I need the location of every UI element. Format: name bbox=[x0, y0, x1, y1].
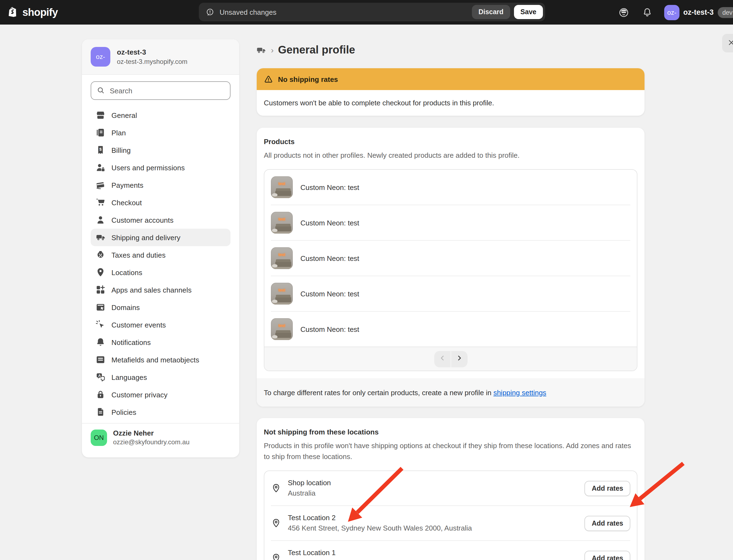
location-address: Australia bbox=[288, 488, 331, 498]
locations-list: Shop location Australia Add rates Test L… bbox=[264, 470, 637, 560]
store-icon bbox=[95, 110, 106, 121]
sidebar-item-checkout[interactable]: Checkout bbox=[91, 194, 230, 211]
location-address: 456 Kent Street, Sydney New South Wales … bbox=[288, 523, 472, 533]
chevron-right-icon: › bbox=[271, 46, 274, 54]
product-thumbnail: test bbox=[271, 283, 293, 305]
breadcrumb: › General profile bbox=[256, 44, 355, 56]
sidebar-item-apps-and-sales-channels[interactable]: Apps and sales channels bbox=[91, 281, 230, 299]
pagination bbox=[264, 347, 637, 371]
previous-page-button[interactable] bbox=[434, 351, 450, 367]
close-icon bbox=[728, 38, 733, 48]
sidebar-item-customer-privacy[interactable]: Customer privacy bbox=[91, 386, 230, 403]
sidebar-item-customer-events[interactable]: Customer events bbox=[91, 316, 230, 333]
search-icon bbox=[96, 86, 105, 95]
sidebar-item-billing[interactable]: $ Billing bbox=[91, 141, 230, 159]
policies-icon bbox=[95, 407, 106, 418]
user-avatar: ON bbox=[91, 430, 107, 446]
taxes-icon bbox=[95, 249, 106, 260]
sidebar-item-notifications[interactable]: Notifications bbox=[91, 333, 230, 351]
neon-sign-text: test bbox=[271, 182, 293, 186]
page-title: General profile bbox=[278, 44, 355, 56]
user-profile: ON Ozzie Neher ozzie@skyfoundry.com.au bbox=[82, 423, 239, 452]
location-pin-icon bbox=[271, 483, 281, 493]
search-input[interactable] bbox=[91, 81, 230, 100]
product-thumbnail: test bbox=[271, 247, 293, 269]
location-address: 123 Eagle Street, Brisbane City Queensla… bbox=[288, 558, 476, 560]
sidebar-item-users-and-permissions[interactable]: Users and permissions bbox=[91, 159, 230, 176]
banner-header: No shipping rates bbox=[257, 68, 645, 90]
dev-store-badge: dev bbox=[717, 7, 733, 18]
location-name: Shop location bbox=[288, 478, 331, 488]
alert-bubble-icon bbox=[205, 7, 215, 17]
product-row: test Custom Neon: test bbox=[271, 170, 630, 205]
store-avatar: oz- bbox=[91, 47, 110, 67]
add-rates-button[interactable]: Add rates bbox=[585, 516, 630, 531]
discard-button[interactable]: Discard bbox=[472, 5, 510, 19]
settings-search bbox=[91, 81, 230, 100]
location-pin-icon bbox=[271, 553, 281, 560]
user-email: ozzie@skyfoundry.com.au bbox=[113, 438, 189, 446]
payments-icon bbox=[95, 180, 106, 190]
products-description: All products not in other profiles. Newl… bbox=[264, 150, 637, 161]
products-title: Products bbox=[264, 137, 637, 147]
billing-icon: $ bbox=[95, 145, 106, 156]
notifications-bell-icon[interactable] bbox=[642, 7, 653, 18]
svg-text:$: $ bbox=[99, 147, 102, 151]
shipping-settings-link[interactable]: shipping settings bbox=[494, 388, 547, 397]
user-name: Ozzie Neher bbox=[113, 429, 189, 438]
truck-icon bbox=[95, 232, 106, 243]
sidebar-item-shipping-and-delivery[interactable]: Shipping and delivery bbox=[91, 229, 230, 246]
users-icon bbox=[95, 162, 106, 173]
sidebar-item-languages[interactable]: A Languages bbox=[91, 368, 230, 386]
settings-menu: General Plan $ Billing Users and permiss… bbox=[82, 103, 239, 421]
chevron-left-icon bbox=[438, 354, 446, 364]
location-row-shop-location: Shop location Australia Add rates bbox=[271, 471, 630, 505]
product-title: Custom Neon: test bbox=[300, 183, 359, 191]
lock-icon bbox=[95, 389, 106, 400]
footer-text: To charge different rates for only certa… bbox=[264, 388, 494, 397]
neon-sign-text: test bbox=[271, 288, 293, 292]
sidebar-item-plan[interactable]: Plan bbox=[91, 124, 230, 141]
assistant-face-icon[interactable] bbox=[618, 7, 629, 18]
settings-sidebar: oz- oz-test-3 oz-test-3.myshopify.com Ge… bbox=[82, 39, 239, 457]
locations-title: Not shipping from these locations bbox=[264, 427, 637, 437]
apps-icon bbox=[95, 284, 106, 295]
domains-icon bbox=[95, 302, 106, 313]
close-settings-button[interactable] bbox=[722, 34, 733, 52]
truck-icon[interactable] bbox=[256, 44, 266, 55]
products-card: Products All products not in other profi… bbox=[257, 128, 645, 407]
sidebar-item-domains[interactable]: Domains bbox=[91, 299, 230, 316]
cart-icon bbox=[95, 197, 106, 208]
sidebar-item-general[interactable]: General bbox=[91, 106, 230, 124]
store-avatar[interactable]: oz- bbox=[664, 5, 679, 20]
store-name: oz-test-3 bbox=[117, 48, 187, 56]
product-rows: test Custom Neon: test test Custom Neon:… bbox=[264, 170, 637, 347]
location-name: Test Location 2 bbox=[288, 513, 472, 523]
locations-card: Not shipping from these locations Produc… bbox=[257, 418, 645, 560]
product-thumbnail: test bbox=[271, 318, 293, 340]
product-thumbnail: test bbox=[271, 176, 293, 198]
sidebar-item-metafields-and-metaobjects[interactable]: Metafields and metaobjects bbox=[91, 351, 230, 368]
add-rates-button[interactable]: Add rates bbox=[585, 481, 630, 496]
save-button[interactable]: Save bbox=[514, 5, 543, 19]
store-domain: oz-test-3.myshopify.com bbox=[117, 58, 187, 66]
location-pin-icon bbox=[271, 518, 281, 528]
bell-icon bbox=[95, 337, 106, 348]
product-title: Custom Neon: test bbox=[300, 325, 359, 333]
neon-sign-text: test bbox=[271, 324, 293, 327]
cursor-icon bbox=[95, 319, 106, 330]
svg-text:A: A bbox=[98, 374, 101, 378]
add-rates-button[interactable]: Add rates bbox=[585, 550, 630, 560]
sidebar-item-customer-accounts[interactable]: Customer accounts bbox=[91, 211, 230, 229]
neon-sign-text: test bbox=[271, 217, 293, 221]
sidebar-item-payments[interactable]: Payments bbox=[91, 176, 230, 194]
plan-icon bbox=[95, 127, 106, 138]
sidebar-item-policies[interactable]: Policies bbox=[91, 403, 230, 421]
store-switcher[interactable]: oz- oz-test-3 oz-test-3.myshopify.com bbox=[82, 39, 239, 75]
sidebar-item-locations[interactable]: Locations bbox=[91, 264, 230, 281]
sidebar-item-taxes-and-duties[interactable]: Taxes and duties bbox=[91, 246, 230, 264]
next-page-button[interactable] bbox=[451, 351, 467, 367]
store-name[interactable]: oz-test-3 bbox=[683, 8, 714, 16]
location-row-test-location-1: Test Location 1 123 Eagle Street, Brisba… bbox=[271, 540, 630, 560]
shopify-logo[interactable]: shopify bbox=[8, 0, 58, 25]
